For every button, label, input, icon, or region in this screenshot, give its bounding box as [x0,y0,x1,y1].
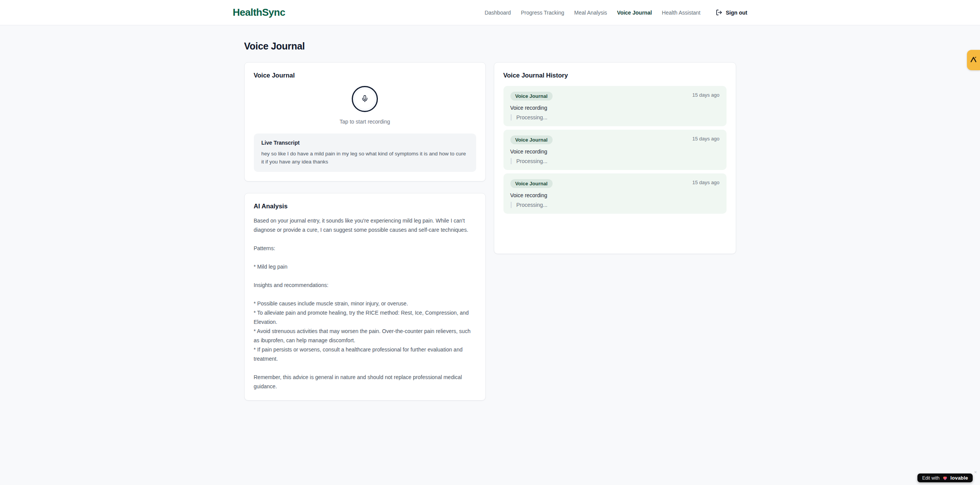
entry-title: Voice recording [510,148,720,155]
main-content: Voice Journal Voice Journal [244,25,736,401]
entry-status: Processing... [511,158,720,164]
live-transcript-title: Live Transcript [262,140,468,146]
side-helper-tab[interactable] [967,50,980,70]
nav-item-health-assistant[interactable]: Health Assistant [662,10,700,16]
nav-item-dashboard[interactable]: Dashboard [485,10,511,16]
record-button[interactable] [352,86,378,112]
edit-badge-prefix: Edit with [922,475,939,481]
nav-item-meal-analysis[interactable]: Meal Analysis [574,10,607,16]
logout-icon [716,9,722,16]
app-logo[interactable]: HealthSync [233,7,285,18]
live-transcript-box: Live Transcript hey so like I do have a … [254,134,476,172]
entry-status: Processing... [511,202,720,208]
entry-timestamp: 15 days ago [692,135,720,142]
heart-icon [942,475,948,481]
tap-to-record-hint: Tap to start recording [339,119,390,125]
entry-title: Voice recording [510,192,720,198]
ai-analysis-body: Based on your journal entry, it sounds l… [254,216,476,391]
nav-item-progress-tracking[interactable]: Progress Tracking [521,10,564,16]
voice-recorder-card: Voice Journal Tap to start recording [244,62,486,181]
nav-item-voice-journal[interactable]: Voice Journal [617,10,652,16]
history-list: Voice Journal 15 days ago Voice recordin… [503,86,727,214]
entry-timestamp: 15 days ago [692,92,720,98]
entry-timestamp: 15 days ago [692,179,720,185]
entry-status: Processing... [511,114,720,120]
entry-type-badge: Voice Journal [510,135,553,144]
history-entry[interactable]: Voice Journal 15 days ago Voice recordin… [503,86,727,126]
sign-out-button[interactable]: Sign out [716,9,747,16]
main-nav: Dashboard Progress Tracking Meal Analysi… [485,9,747,16]
edit-badge-brand: lovable [950,475,968,481]
entry-type-badge: Voice Journal [510,179,553,188]
ai-analysis-title: AI Analysis [254,203,476,210]
sign-out-label: Sign out [726,10,747,16]
history-entry[interactable]: Voice Journal 15 days ago Voice recordin… [503,173,727,214]
edit-with-lovable-badge[interactable]: Edit with lovable [917,473,973,482]
recorder-card-title: Voice Journal [254,72,476,79]
voice-journal-history-card: Voice Journal History Voice Journal 15 d… [494,62,736,254]
caret-logo-icon [970,56,977,65]
entry-type-badge: Voice Journal [510,92,553,101]
top-navbar: HealthSync Dashboard Progress Tracking M… [0,0,980,25]
badge-close-icon[interactable]: × [974,470,977,475]
microphone-icon [361,95,369,104]
page-title: Voice Journal [244,41,736,52]
history-card-title: Voice Journal History [503,72,727,79]
live-transcript-text: hey so like I do have a mild pain in my … [262,150,468,166]
history-entry[interactable]: Voice Journal 15 days ago Voice recordin… [503,130,727,170]
entry-title: Voice recording [510,105,720,111]
ai-analysis-card: AI Analysis Based on your journal entry,… [244,193,486,401]
